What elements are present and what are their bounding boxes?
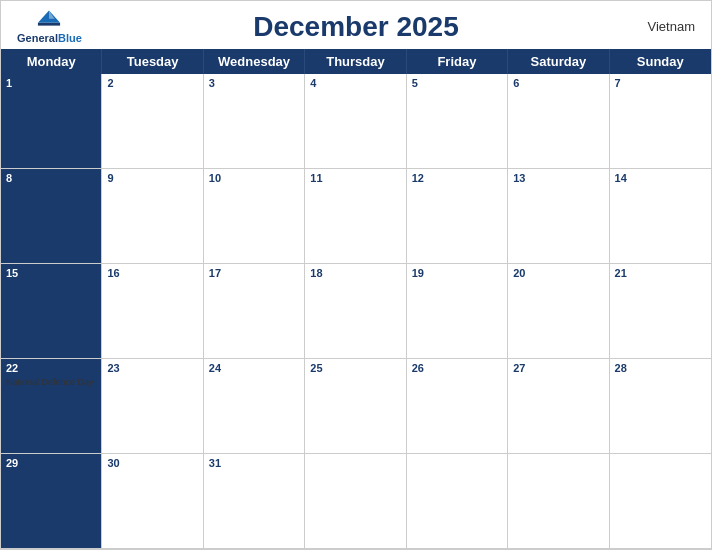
- day-number: 14: [615, 172, 706, 185]
- day-number: 23: [107, 362, 197, 375]
- day-number: 17: [209, 267, 299, 280]
- day-number: 16: [107, 267, 197, 280]
- day-cell: 9: [102, 169, 203, 264]
- day-number: 15: [6, 267, 96, 280]
- day-cell: 28: [610, 359, 711, 454]
- day-number: 6: [513, 77, 603, 90]
- day-number: 21: [615, 267, 706, 280]
- day-cell: 6: [508, 74, 609, 169]
- day-cell: 29: [1, 454, 102, 549]
- day-header-sunday: Sunday: [610, 49, 711, 74]
- day-cell: 31: [204, 454, 305, 549]
- calendar-grid: 12345678910111213141516171819202122Natio…: [1, 74, 711, 549]
- logo-general: GeneralBlue: [17, 28, 82, 46]
- day-cell: [508, 454, 609, 549]
- day-cell: 16: [102, 264, 203, 359]
- day-cell: 27: [508, 359, 609, 454]
- day-cell: 14: [610, 169, 711, 264]
- day-cell: 13: [508, 169, 609, 264]
- day-cell: 5: [407, 74, 508, 169]
- day-cell: 26: [407, 359, 508, 454]
- day-headers: MondayTuesdayWednesdayThursdayFridaySatu…: [1, 49, 711, 74]
- day-number: 27: [513, 362, 603, 375]
- calendar: GeneralBlue December 2025 Vietnam Monday…: [0, 0, 712, 550]
- day-cell: 1: [1, 74, 102, 169]
- day-number: 7: [615, 77, 706, 90]
- day-cell: 15: [1, 264, 102, 359]
- day-cell: [407, 454, 508, 549]
- day-cell: 25: [305, 359, 406, 454]
- day-header-monday: Monday: [1, 49, 102, 74]
- day-number: 9: [107, 172, 197, 185]
- day-number: 19: [412, 267, 502, 280]
- day-number: 12: [412, 172, 502, 185]
- day-number: 5: [412, 77, 502, 90]
- day-cell: 4: [305, 74, 406, 169]
- day-cell: 3: [204, 74, 305, 169]
- day-cell: 18: [305, 264, 406, 359]
- day-number: 31: [209, 457, 299, 470]
- day-cell: 20: [508, 264, 609, 359]
- day-cell: [610, 454, 711, 549]
- svg-rect-2: [38, 23, 60, 26]
- day-cell: 7: [610, 74, 711, 169]
- day-header-saturday: Saturday: [508, 49, 609, 74]
- svg-marker-1: [49, 10, 55, 18]
- day-cell: 19: [407, 264, 508, 359]
- day-number: 28: [615, 362, 706, 375]
- calendar-title: December 2025: [253, 11, 458, 43]
- day-cell: 30: [102, 454, 203, 549]
- day-number: 29: [6, 457, 96, 470]
- day-cell: 23: [102, 359, 203, 454]
- day-number: 26: [412, 362, 502, 375]
- logo-icon: [35, 9, 63, 27]
- day-number: 18: [310, 267, 400, 280]
- day-cell: 8: [1, 169, 102, 264]
- day-cell: 10: [204, 169, 305, 264]
- day-number: 8: [6, 172, 96, 185]
- day-cell: 17: [204, 264, 305, 359]
- day-number: 10: [209, 172, 299, 185]
- day-number: 30: [107, 457, 197, 470]
- day-number: 22: [6, 362, 96, 375]
- day-cell: [305, 454, 406, 549]
- day-number: 25: [310, 362, 400, 375]
- day-number: 20: [513, 267, 603, 280]
- day-cell: 11: [305, 169, 406, 264]
- day-cell: 21: [610, 264, 711, 359]
- day-header-wednesday: Wednesday: [204, 49, 305, 74]
- country-label: Vietnam: [648, 19, 695, 34]
- day-header-friday: Friday: [407, 49, 508, 74]
- day-number: 11: [310, 172, 400, 185]
- event-label: National Defence Day: [6, 377, 96, 388]
- day-header-tuesday: Tuesday: [102, 49, 203, 74]
- day-header-thursday: Thursday: [305, 49, 406, 74]
- day-number: 2: [107, 77, 197, 90]
- logo: GeneralBlue: [17, 9, 82, 46]
- day-number: 1: [6, 77, 96, 90]
- day-cell: 24: [204, 359, 305, 454]
- day-number: 4: [310, 77, 400, 90]
- day-number: 13: [513, 172, 603, 185]
- calendar-header: GeneralBlue December 2025 Vietnam: [1, 1, 711, 49]
- day-number: 3: [209, 77, 299, 90]
- day-number: 24: [209, 362, 299, 375]
- day-cell: 22National Defence Day: [1, 359, 102, 454]
- day-cell: 2: [102, 74, 203, 169]
- day-cell: 12: [407, 169, 508, 264]
